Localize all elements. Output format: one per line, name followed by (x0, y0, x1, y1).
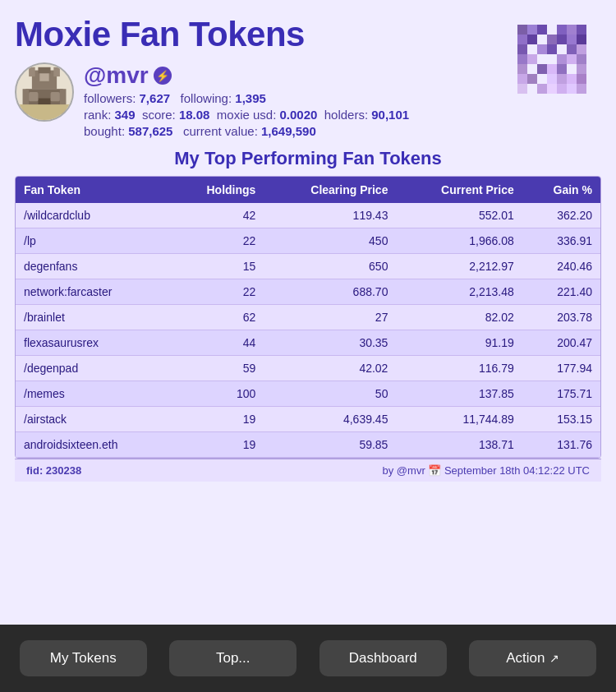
cell-gain: 175.71 (522, 381, 600, 407)
svg-rect-15 (567, 44, 577, 54)
table-row: flexasaurusrex 44 30.35 91.19 200.47 (16, 330, 600, 356)
svg-rect-5 (577, 25, 586, 35)
svg-rect-13 (537, 44, 547, 54)
cell-gain: 200.47 (522, 330, 600, 356)
svg-rect-41 (29, 67, 35, 76)
svg-rect-36 (557, 84, 567, 94)
svg-rect-9 (557, 35, 567, 44)
svg-rect-4 (567, 25, 577, 35)
cell-token: /brainlet (16, 305, 172, 330)
footer-bar: fid: 230238 by @mvr 📅 September 18th 04:… (15, 459, 601, 482)
svg-rect-30 (557, 74, 567, 84)
svg-rect-1 (527, 25, 537, 35)
cell-clearing-price: 650 (264, 254, 396, 279)
followers-line: followers: 7,627 following: 1,395 (84, 91, 409, 105)
cell-clearing-price: 4,639.45 (264, 407, 396, 432)
svg-rect-27 (517, 74, 527, 84)
cell-gain: 153.15 (522, 407, 600, 432)
cell-token: androidsixteen.eth (16, 432, 172, 458)
cell-gain: 203.78 (522, 305, 600, 330)
cell-current-price: 2,212.97 (396, 254, 522, 279)
my-tokens-button[interactable]: My Tokens (20, 640, 147, 676)
bought-line: bought: 587,625 current value: 1,649,590 (84, 124, 409, 138)
svg-rect-38 (577, 84, 586, 94)
svg-rect-12 (517, 44, 527, 54)
cell-current-price: 91.19 (396, 330, 522, 356)
svg-rect-46 (29, 92, 38, 101)
table-row: /lp 22 450 1,966.08 336.91 (16, 228, 600, 254)
cell-holdings: 59 (172, 356, 264, 381)
svg-rect-18 (527, 54, 537, 64)
cell-current-price: 552.01 (396, 203, 522, 228)
svg-rect-2 (537, 25, 547, 35)
dashboard-button[interactable]: Dashboard (319, 640, 447, 676)
svg-rect-16 (577, 44, 586, 54)
col-header-token: Fan Token (16, 177, 172, 203)
fan-tokens-table: Fan Token Holdings Clearing Price Curren… (15, 176, 601, 459)
username: @mvr (84, 62, 149, 89)
cell-gain: 362.20 (522, 203, 600, 228)
cell-holdings: 19 (172, 432, 264, 458)
cell-clearing-price: 450 (264, 228, 396, 254)
svg-rect-23 (537, 64, 547, 74)
svg-rect-10 (567, 35, 577, 44)
svg-rect-3 (557, 25, 567, 35)
cell-current-price: 11,744.89 (396, 407, 522, 432)
cell-clearing-price: 119.43 (264, 203, 396, 228)
top-button[interactable]: Top... (169, 640, 297, 676)
cell-current-price: 137.85 (396, 381, 522, 407)
svg-rect-29 (547, 74, 557, 84)
svg-rect-34 (537, 84, 547, 94)
svg-rect-43 (38, 67, 50, 74)
cell-token: flexasaurusrex (16, 330, 172, 356)
svg-rect-21 (577, 54, 586, 64)
table-row: /airstack 19 4,639.45 11,744.89 153.15 (16, 407, 600, 432)
cell-holdings: 100 (172, 381, 264, 407)
rank-line: rank: 349 score: 18.08 moxie usd: 0.0020… (84, 108, 409, 122)
cell-token: /memes (16, 381, 172, 407)
svg-rect-7 (527, 35, 537, 44)
cell-gain: 240.46 (522, 254, 600, 279)
svg-rect-22 (517, 64, 527, 74)
table-row: /degenpad 59 42.02 116.79 177.94 (16, 356, 600, 381)
svg-rect-0 (517, 25, 527, 35)
col-header-clearing: Clearing Price (264, 177, 396, 203)
table-row: androidsixteen.eth 19 59.85 138.71 131.7… (16, 432, 600, 458)
table-row: /brainlet 62 27 82.02 203.78 (16, 305, 600, 330)
table-row: /memes 100 50 137.85 175.71 (16, 381, 600, 407)
cell-token: /lp (16, 228, 172, 254)
svg-rect-24 (547, 64, 557, 74)
cell-current-price: 116.79 (396, 356, 522, 381)
cell-token: /airstack (16, 407, 172, 432)
footer-date: by @mvr 📅 September 18th 04:12:22 UTC (383, 464, 590, 477)
col-header-current: Current Price (396, 177, 522, 203)
svg-rect-42 (53, 67, 60, 76)
svg-rect-6 (517, 35, 527, 44)
action-button[interactable]: Action ↗ (469, 640, 596, 676)
col-header-holdings: Holdings (172, 177, 264, 203)
section-title: My Top Performing Fan Tokens (15, 148, 601, 169)
cell-holdings: 22 (172, 279, 264, 305)
col-header-gain: Gain % (522, 177, 600, 203)
external-link-icon: ↗ (549, 652, 559, 665)
table-row: network:farcaster 22 688.70 2,213.48 221… (16, 279, 600, 305)
cell-clearing-price: 59.85 (264, 432, 396, 458)
profile-row: @mvr ⚡ followers: 7,627 following: 1,395… (15, 62, 601, 138)
table-row: degenfans 15 650 2,212.97 240.46 (16, 254, 600, 279)
cell-gain: 177.94 (522, 356, 600, 381)
cell-token: /wildcardclub (16, 203, 172, 228)
svg-rect-32 (577, 74, 586, 84)
cell-clearing-price: 30.35 (264, 330, 396, 356)
svg-rect-14 (547, 44, 557, 54)
svg-rect-28 (527, 74, 537, 84)
cell-holdings: 44 (172, 330, 264, 356)
cell-current-price: 82.02 (396, 305, 522, 330)
app-title: Moxie Fan Tokens (15, 15, 601, 54)
cell-clearing-price: 42.02 (264, 356, 396, 381)
table-row: /wildcardclub 42 119.43 552.01 362.20 (16, 203, 600, 228)
profile-info: @mvr ⚡ followers: 7,627 following: 1,395… (84, 62, 409, 138)
cell-current-price: 2,213.48 (396, 279, 522, 305)
svg-rect-51 (16, 104, 72, 120)
cell-holdings: 15 (172, 254, 264, 279)
cell-gain: 131.76 (522, 432, 600, 458)
